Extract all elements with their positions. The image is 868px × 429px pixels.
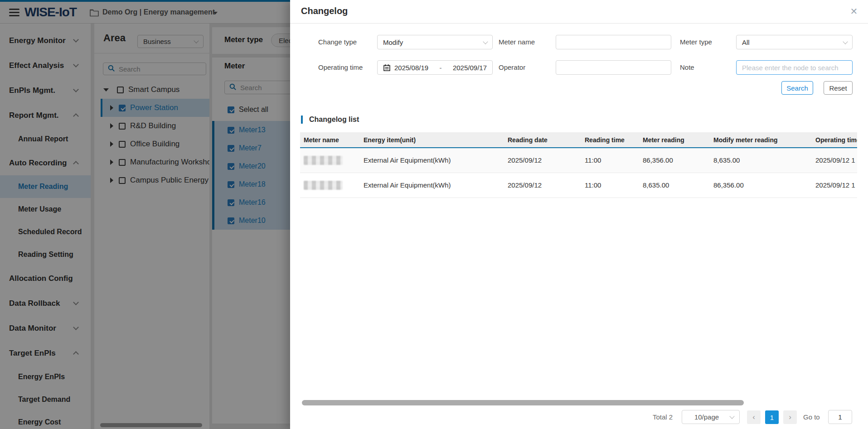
col-reading-date: Reading date (504, 132, 581, 148)
changelog-list-title: Changelog list (309, 116, 359, 124)
col-meter-reading: Meter reading (639, 132, 710, 148)
redacted-meter-name (304, 181, 343, 190)
note-input[interactable] (736, 60, 853, 75)
cell-operating-time: 2025/09/12 1 (812, 148, 857, 173)
goto-page-label: Go to (803, 410, 820, 424)
col-reading-time: Reading time (581, 132, 639, 148)
prev-page-button[interactable]: ‹ (747, 410, 761, 424)
cell-reading-date: 2025/09/12 (504, 148, 581, 173)
col-operating-time: Operating time (812, 132, 857, 148)
date-range-separator: - (432, 64, 449, 72)
close-icon[interactable]: ✕ (847, 5, 861, 18)
cell-meter-reading: 8,635.00 (639, 173, 710, 198)
cell-meter-reading: 86,356.00 (639, 148, 710, 173)
cell-modify-meter-reading: 86,356.00 (710, 173, 812, 198)
calendar-icon (383, 64, 391, 72)
table-horizontal-scrollbar[interactable] (302, 400, 744, 405)
cell-modify-meter-reading: 8,635.00 (710, 148, 812, 173)
cell-operating-time: 2025/09/12 1 (812, 173, 857, 198)
start-date-value[interactable]: 2025/08/19 (394, 64, 428, 72)
operating-time-range-picker[interactable]: 2025/08/19 - 2025/09/17 (377, 60, 493, 75)
cell-energy-item: External Air Equipment(kWh) (360, 173, 504, 198)
chevron-down-icon (483, 39, 488, 44)
cell-reading-time: 11:00 (581, 148, 639, 173)
meter-type-filter-label: Meter type (680, 35, 712, 49)
end-date-value[interactable]: 2025/09/17 (453, 64, 487, 72)
table-header-row: Meter name Energy item(unit) Reading dat… (300, 132, 857, 148)
changelog-table-container: Meter name Energy item(unit) Reading dat… (300, 132, 857, 200)
modal-backdrop[interactable] (0, 0, 290, 429)
current-page-button[interactable]: 1 (765, 410, 779, 424)
chevron-down-icon (729, 414, 734, 419)
cell-reading-time: 11:00 (581, 173, 639, 198)
changelog-list-header: Changelog list (301, 116, 359, 124)
modal-header: Changelog ✕ (290, 0, 868, 24)
cell-energy-item: External Air Equipment(kWh) (360, 148, 504, 173)
section-accent-bar (301, 116, 303, 124)
reset-button[interactable]: Reset (824, 81, 853, 95)
table-row[interactable]: External Air Equipment(kWh) 2025/09/12 1… (300, 148, 857, 173)
page-size-select[interactable]: 10/page (682, 410, 740, 424)
col-modify-meter-reading: Modify meter reading (710, 132, 812, 148)
meter-type-select[interactable]: All (736, 35, 853, 49)
col-energy-item: Energy item(unit) (360, 132, 504, 148)
chevron-down-icon (843, 39, 848, 44)
next-page-button[interactable]: › (783, 410, 797, 424)
operating-time-label: Operating time (318, 60, 363, 75)
cell-meter-name (300, 148, 360, 173)
cell-reading-date: 2025/09/12 (504, 173, 581, 198)
app-root: WISE-IoT Demo Org | Energy management En… (0, 0, 868, 429)
col-meter-name: Meter name (300, 132, 360, 148)
table-row[interactable]: External Air Equipment(kWh) 2025/09/12 1… (300, 173, 857, 198)
change-type-select[interactable]: Modify (377, 35, 493, 49)
changelog-table: Meter name Energy item(unit) Reading dat… (300, 132, 857, 198)
redacted-meter-name (304, 156, 343, 165)
change-type-label: Change type (318, 35, 357, 49)
meter-name-label: Meter name (499, 35, 535, 49)
meter-name-input[interactable] (556, 35, 671, 49)
goto-page-input[interactable] (828, 410, 852, 424)
note-label: Note (680, 60, 694, 75)
operator-input[interactable] (556, 60, 671, 75)
operator-label: Operator (499, 60, 525, 75)
changelog-modal: Changelog ✕ Change type Modify Meter nam… (290, 0, 868, 429)
modal-title: Changelog (301, 6, 348, 16)
search-button[interactable]: Search (781, 81, 813, 95)
cell-meter-name (300, 173, 360, 198)
pagination-total: Total 2 (653, 410, 673, 424)
